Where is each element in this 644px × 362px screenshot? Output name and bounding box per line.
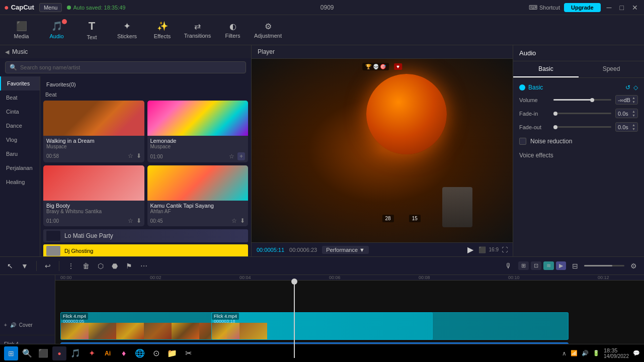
taskbar-start[interactable]: ⊞ bbox=[4, 346, 18, 360]
music-card-2[interactable]: Lemonade Muspace 01:00 ☆ + bbox=[147, 101, 249, 162]
card-title-2: Lemonade bbox=[150, 138, 246, 144]
tl-split-btn[interactable]: ⋮ bbox=[65, 261, 76, 271]
toolbar-media[interactable]: ⬛ Media bbox=[5, 17, 38, 43]
card-add-btn-2[interactable]: + bbox=[237, 152, 245, 160]
tl-audio-sync-btn[interactable]: ≋ bbox=[543, 261, 554, 270]
tl-zoom-slider[interactable] bbox=[584, 265, 624, 266]
tab-speed[interactable]: Speed bbox=[579, 61, 644, 77]
cat-vlog[interactable]: Vlog bbox=[0, 133, 40, 147]
card-favorite-btn-2[interactable]: ☆ bbox=[229, 152, 234, 160]
search-bar[interactable]: 🔍 bbox=[5, 61, 246, 73]
cat-perjalanan[interactable]: Perjalanan bbox=[0, 161, 40, 175]
taskbar-capcut2[interactable]: ✂ bbox=[181, 346, 195, 360]
close-button[interactable]: ✕ bbox=[630, 4, 640, 12]
card-thumb-4 bbox=[147, 165, 249, 201]
music-card-3[interactable]: Big Booty Bravy & Whitsnu Santika 01:00 … bbox=[43, 165, 144, 226]
tl-sync-btn[interactable]: ⊡ bbox=[531, 261, 541, 270]
search-input[interactable] bbox=[20, 64, 242, 70]
toolbar-stickers[interactable]: ✦ Stickers bbox=[111, 17, 143, 43]
fadein-slider[interactable] bbox=[553, 113, 611, 114]
tl-settings-btn[interactable]: ⚙ bbox=[628, 261, 639, 271]
music-card-1[interactable]: Walking in a Dream Muspace 00:58 ☆ ⬇ bbox=[43, 101, 144, 162]
video-ball bbox=[366, 74, 447, 154]
cat-cinta[interactable]: Cinta bbox=[0, 105, 40, 119]
taskbar-edge[interactable]: 🌐 bbox=[133, 346, 147, 360]
taskbar-capcut[interactable]: ● bbox=[52, 346, 66, 360]
noise-checkbox[interactable] bbox=[519, 138, 526, 145]
card-favorite-btn-4[interactable]: ☆ bbox=[231, 217, 237, 224]
basic-section: Basic ↺ ◇ Volume -∞dB ▲ bbox=[519, 84, 638, 132]
taskbar-illustrator[interactable]: Ai bbox=[101, 346, 115, 360]
taskbar-app7[interactable]: ⊙ bbox=[149, 346, 163, 360]
cat-healing[interactable]: Healing bbox=[0, 175, 40, 189]
cat-beat[interactable]: Beat bbox=[0, 90, 40, 105]
cat-favorites[interactable]: Favorites bbox=[0, 76, 40, 90]
tl-add-track-btn[interactable]: ⊞ bbox=[518, 261, 529, 270]
tab-basic[interactable]: Basic bbox=[513, 61, 579, 77]
taskbar-taskview[interactable]: ⬛ bbox=[36, 346, 50, 360]
clock[interactable]: 18:35 14/09/2022 bbox=[604, 347, 629, 359]
play-button[interactable]: ▶ bbox=[467, 245, 473, 254]
taskbar-search[interactable]: 🔍 bbox=[20, 346, 34, 360]
fadeout-arrows[interactable]: ▲ ▼ bbox=[632, 123, 635, 131]
cat-dance[interactable]: Dance bbox=[0, 119, 40, 133]
video-clip-2[interactable]: Flick 4.mp4 000003:18 bbox=[211, 312, 569, 340]
taskbar-files[interactable]: 📁 bbox=[165, 346, 179, 360]
fadein-arrows[interactable]: ▲ ▼ bbox=[632, 110, 635, 117]
card-favorite-btn-3[interactable]: ☆ bbox=[128, 217, 133, 224]
toolbar-audio[interactable]: 🎵 Audio bbox=[40, 17, 73, 43]
toolbar-filters[interactable]: ◐ Filters bbox=[216, 17, 249, 43]
music-card-4[interactable]: Kamu Cantik Tapi Sayang Ahfan AF 00:45 ☆… bbox=[147, 165, 249, 226]
tl-crop-btn[interactable]: ⬡ bbox=[96, 261, 106, 271]
fadeout-value: 0.0s ▲ ▼ bbox=[615, 122, 638, 132]
tl-freeze-btn[interactable]: ⬣ bbox=[110, 261, 120, 271]
card-download-btn-3[interactable]: ⬇ bbox=[136, 217, 141, 224]
toolbar-text[interactable]: T Text bbox=[75, 17, 108, 43]
hud-bottom: 28 15 bbox=[382, 215, 421, 222]
autosave-text: Auto saved: 18:35:49 bbox=[73, 5, 125, 11]
tl-select-btn[interactable]: ↖ bbox=[5, 261, 15, 271]
menu-button[interactable]: Menu bbox=[39, 3, 62, 12]
tl-mic-btn[interactable]: 🎙 bbox=[503, 261, 514, 271]
card-download-btn-1[interactable]: ⬇ bbox=[136, 152, 141, 159]
volume-slider[interactable] bbox=[553, 99, 611, 101]
card-favorite-btn-1[interactable]: ☆ bbox=[128, 152, 133, 159]
taskbar-app3[interactable]: ✦ bbox=[85, 346, 99, 360]
fadeout-slider[interactable] bbox=[553, 126, 611, 128]
settings-icon[interactable]: ◇ bbox=[633, 84, 638, 91]
app7-icon: ⊙ bbox=[153, 348, 159, 358]
taskbar-app5[interactable]: ♦ bbox=[117, 346, 131, 360]
music-section-header: ◀ Music bbox=[0, 45, 251, 58]
dj-ghosting-row[interactable]: Dj Ghosting bbox=[43, 244, 248, 256]
screenshot-button[interactable]: ⬛ bbox=[478, 246, 486, 253]
tl-undo-btn[interactable]: ↩ bbox=[43, 261, 53, 271]
tl-flag-btn[interactable]: ⚑ bbox=[124, 261, 134, 271]
total-time: 00:0006:23 bbox=[289, 247, 317, 253]
volume-slider-fill bbox=[553, 99, 594, 101]
toolbar-transitions[interactable]: ⇄ Transitions bbox=[181, 17, 214, 43]
performance-button[interactable]: Performance ▼ bbox=[322, 246, 369, 254]
tl-zoom-out-btn[interactable]: ⊟ bbox=[570, 261, 580, 271]
tiktok-icon: 🎵 bbox=[70, 348, 80, 358]
cat-baru[interactable]: Baru bbox=[0, 147, 40, 161]
tl-more-btn[interactable]: ⋯ bbox=[138, 261, 149, 271]
card-download-btn-4[interactable]: ⬇ bbox=[240, 217, 245, 224]
maximize-button[interactable]: □ bbox=[618, 4, 626, 12]
tl-dropdown-btn[interactable]: ▼ bbox=[19, 261, 30, 271]
minimize-button[interactable]: ─ bbox=[605, 4, 614, 12]
taskbar-tiktok[interactable]: 🎵 bbox=[68, 346, 83, 360]
toolbar-effects[interactable]: ✨ Effects bbox=[146, 17, 179, 43]
track-add-icon[interactable]: + bbox=[4, 322, 7, 328]
tl-delete-btn[interactable]: 🗑 bbox=[80, 261, 92, 271]
toolbar-adjustment[interactable]: ⚙ Adjustment bbox=[252, 17, 284, 43]
frame-4 bbox=[144, 323, 172, 339]
fullscreen-button[interactable]: ⛶ bbox=[502, 246, 508, 253]
tl-video-btn[interactable]: ▶ bbox=[556, 261, 566, 270]
reset-icon[interactable]: ↺ bbox=[625, 84, 630, 91]
notification-icon[interactable]: 💬 bbox=[633, 350, 640, 356]
volume-arrows[interactable]: ▲ ▼ bbox=[632, 96, 635, 104]
tl-zoom-fill bbox=[584, 265, 612, 266]
lo-mati-row[interactable]: Lo Mati Gue Party bbox=[43, 229, 248, 242]
track-mute-icon[interactable]: 🔊 bbox=[10, 322, 16, 328]
upgrade-button[interactable]: Upgrade bbox=[564, 3, 601, 12]
